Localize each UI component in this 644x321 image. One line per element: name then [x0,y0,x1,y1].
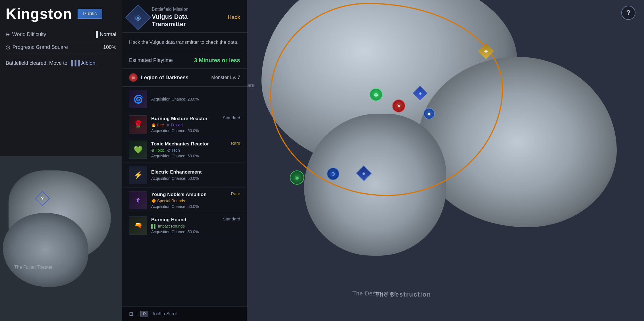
tooltip-scroll-text: Tooltip Scroll [152,311,178,316]
tooltip-scroll-controller-icon: ⊡ [129,311,133,317]
drop-info-toxic: Toxic Mechanics Reactor ⊕ Toxic ⊙ Tech A… [151,141,227,158]
playtime-value: 3 Minutes or less [194,57,240,64]
drop-tags-burning-mixture: 🔥 Fire ✳ Fusion [151,123,219,127]
drop-icon-burning-hound: 🔫 [129,216,147,235]
drop-icon-toxic: 💚 [129,141,147,159]
progress-row: ◎ Progress: Grand Square 100% [6,41,116,53]
drop-chance-burning-hound: Acquisition Chance: 50.0% [151,230,219,234]
battlefield-msg: Battlefield cleared. Move to ▐▐▐ Albion. [0,56,122,71]
tooltip-r-button: R [140,311,148,317]
map-label-destruction-display: The Destruction [352,290,397,297]
world-difficulty-icon: ⊕ [6,31,10,37]
map-icon-blue-circle[interactable]: ◆ [423,108,435,119]
map-icon-red-marker[interactable]: ✕ [392,99,405,112]
mission-type: Battlefield Mission [152,7,219,12]
tag-fusion: ✳ Fusion [166,123,183,127]
progress-value: 100% [103,44,116,50]
drop-info-young-noble: Young Noble's Ambition 🔶 Special Rounds … [151,192,227,209]
drop-info-burning-mixture: Burning Mixture Reactor 🔥 Fire ✳ Fusion … [151,116,219,133]
drop-chance-toxic: Acquisition Chance: 50.0% [151,154,227,158]
drop-icon-young-noble: 🗡 [129,191,147,209]
drop-info-burning-hound: Burning Hound ▌▌ Impact Rounds Acquisiti… [151,217,219,234]
drop-rarity-burning-mixture: Standard [223,115,240,120]
drop-name-toxic: Toxic Mechanics Reactor [151,141,227,147]
drop-icon-electric: ⚡ [129,166,147,184]
tag-fire: 🔥 Fire [151,123,164,127]
mission-header: ◈ Battlefield Mission Vulgus Data Transm… [122,0,247,33]
drop-info-electric: Electric Enhancement Acquisition Chance:… [151,169,240,181]
drop-chance-burning-mixture: Acquisition Chance: 50.0% [151,128,219,133]
enemy-icon: ☠ [129,73,138,82]
mission-title-block: Battlefield Mission Vulgus Data Transmit… [152,7,219,28]
progress-icon: ◎ [6,44,10,50]
mission-panel: ◈ Battlefield Mission Vulgus Data Transm… [122,0,247,321]
progress-label: ◎ Progress: Grand Square [6,44,68,50]
hack-label: Hack [223,14,240,20]
albion-bars-icon: ▐▐▐ [69,60,80,66]
snow-terrain-secondary [418,57,617,227]
mission-description: Hack the Vulgus data transmitter to chec… [122,33,247,52]
enemy-section: ☠ Legion of Darkness Monster Lv. 7 [122,69,247,87]
drop-name-burning-hound: Burning Hound [151,217,219,223]
public-badge[interactable]: Public [78,9,102,19]
info-rows: ⊕ World Difficulty ▐ Normal ◎ Progress: … [0,26,122,56]
world-difficulty-value: ▐ Normal [94,31,116,38]
tag-special-rounds: 🔶 Special Rounds [151,199,185,203]
drop-icon-acq: 🌀 [129,90,147,108]
tag-impact-rounds: ▌▌ Impact Rounds [151,224,185,228]
enemy-level: Monster Lv. 7 [211,75,240,80]
drop-info-acq: Acquisition Chance: 20.0% [151,97,240,101]
tag-toxic: ⊕ Toxic [151,148,165,153]
map-icon-green-circle[interactable]: ◎ [369,88,383,101]
drop-chance-young-noble: Acquisition Chance: 50.0% [151,204,227,209]
fallen-theater-label: The Fallen Theater [14,265,53,270]
map-area: ◈ ◎ ◆ ✕ ◆ ◎ ⊕ ◆ The Destruction The Dest… [247,0,644,321]
drop-row-young-noble[interactable]: 🗡 Young Noble's Ambition 🔶 Special Round… [122,188,247,213]
help-button[interactable]: ? [621,6,635,20]
drop-tags-toxic: ⊕ Toxic ⊙ Tech [151,148,227,153]
drop-rarity-burning-hound: Standard [223,216,240,221]
drop-row-acq-only: 🌀 Acquisition Chance: 20.0% [122,87,247,112]
playtime-label: Estimated Playtime [129,57,173,63]
region-title: Kingston [6,5,72,22]
tooltip-footer: ⊡ + R Tooltip Scroll [122,307,247,321]
map-icon-crosshair-1[interactable]: ⊕ [327,168,339,180]
drop-tags-young-noble: 🔶 Special Rounds [151,199,227,203]
world-difficulty-row: ⊕ World Difficulty ▐ Normal [6,28,116,41]
drop-row-burning-mixture[interactable]: 🌹 Burning Mixture Reactor 🔥 Fire ✳ Fusio… [122,112,247,137]
title-bar: Kingston Public [0,0,122,26]
map-label-square: are [247,82,255,88]
drop-name-electric: Electric Enhancement [151,169,240,175]
albion-link[interactable]: ▐▐▐ Albion. [69,60,97,66]
drop-rarity-toxic: Rare [231,141,240,145]
drop-chance-electric: Acquisition Chance: 50.0% [151,176,240,181]
drop-row-toxic[interactable]: 💚 Toxic Mechanics Reactor ⊕ Toxic ⊙ Tech… [122,137,247,162]
mission-icon: ◈ [125,5,151,30]
mission-name: Vulgus Data Transmitter [152,13,219,28]
drops-list: 🌀 Acquisition Chance: 20.0% 🌹 Burning Mi… [122,87,247,307]
world-difficulty-label: ⊕ World Difficulty [6,31,46,37]
left-panel: Kingston Public ⊕ World Difficulty ▐ Nor… [0,0,122,321]
mission-icon-symbol: ◈ [135,13,141,22]
drop-name-burning-mixture: Burning Mixture Reactor [151,116,219,122]
drop-row-burning-hound[interactable]: 🔫 Burning Hound ▌▌ Impact Rounds Acquisi… [122,213,247,238]
mini-map: ? The Fallen Theater [0,156,122,321]
drop-rarity-young-noble: Rare [231,191,240,196]
drop-icon-burning-mixture: 🌹 [129,115,147,134]
drop-name-young-noble: Young Noble's Ambition [151,192,227,197]
drop-row-electric[interactable]: ⚡ Electric Enhancement Acquisition Chanc… [122,162,247,188]
map-icon-green-target[interactable]: ◎ [290,170,304,185]
tag-tech: ⊙ Tech [167,148,180,153]
playtime-row: Estimated Playtime 3 Minutes or less [122,52,247,69]
drop-chance-acq: Acquisition Chance: 20.0% [151,97,240,101]
enemy-name: Legion of Darkness [141,75,208,81]
drop-tags-burning-hound: ▌▌ Impact Rounds [151,224,219,228]
